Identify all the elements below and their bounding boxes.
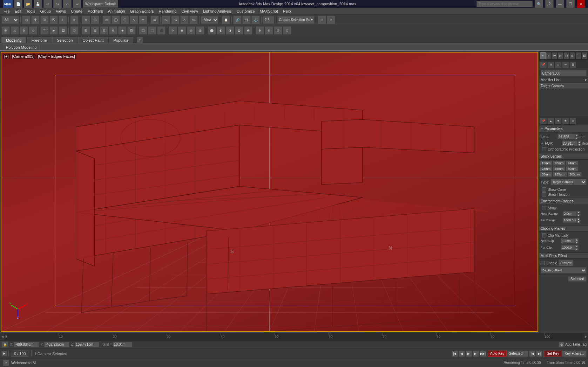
modifier-list-arrow[interactable]: ▾	[585, 78, 587, 82]
save-btn[interactable]: 💾	[34, 0, 42, 8]
tool-a4[interactable]: ◇	[29, 26, 37, 35]
parameters-header[interactable]: ─ Parameters	[539, 125, 588, 132]
add-time-tag-icon[interactable]: ⊕	[559, 342, 565, 347]
lens-spin-down[interactable]: ▼	[575, 137, 579, 139]
depth-of-field-dropdown[interactable]: Depth of Field	[541, 267, 587, 273]
rp-edit-icon[interactable]: ✏	[562, 61, 569, 68]
redo-scene-btn[interactable]: ⤻	[73, 0, 81, 8]
pct-snap-btn[interactable]: %	[189, 16, 198, 24]
rp-filter-icon[interactable]: ⊞	[547, 61, 554, 68]
key-next-btn[interactable]: ▶|	[536, 351, 542, 357]
viewport-camera-label[interactable]: [Camera003]	[11, 54, 36, 59]
ref-coord-btn[interactable]: ⊹	[59, 16, 67, 24]
frame-display[interactable]: 0 / 100	[12, 351, 28, 357]
key-prev-btn[interactable]: |◀	[529, 351, 535, 357]
rp-tab-extra2[interactable]: ◧	[582, 52, 587, 59]
mod-down-btn[interactable]: ▼	[555, 118, 562, 125]
paint-select-btn[interactable]: ✏	[139, 16, 147, 24]
viewport-plus-label[interactable]: [+]	[3, 54, 10, 59]
far-clip-spin-up[interactable]: ▲	[575, 245, 579, 248]
near-range-spin-down[interactable]: ▼	[577, 214, 580, 216]
lasso-select-btn[interactable]: ∿	[130, 16, 138, 24]
menu-file[interactable]: File	[1, 9, 12, 14]
last-frame-btn[interactable]: ▶▶|	[480, 351, 486, 357]
near-clip-spin-up[interactable]: ▲	[575, 238, 579, 241]
tab-object-paint[interactable]: Object Paint	[78, 37, 108, 43]
link-btn[interactable]: 🔗	[233, 16, 242, 24]
near-range-spin-up[interactable]: ▲	[577, 211, 580, 214]
tool-a2[interactable]: △	[11, 26, 19, 35]
tab-modeling[interactable]: Modeling	[1, 37, 26, 43]
tool-f2[interactable]: ◐	[217, 26, 225, 35]
menu-help[interactable]: Help	[281, 9, 293, 14]
rp-tab-display[interactable]: ◻	[564, 52, 569, 59]
set-key-btn[interactable]: Set Key	[544, 351, 561, 357]
lens-50mm[interactable]: 50mm	[566, 166, 578, 171]
rp-tab-modify[interactable]: ≡	[546, 52, 552, 59]
menu-lighting-analysis[interactable]: Lighting Analysis	[201, 9, 234, 14]
angle-snap-btn[interactable]: ∠	[180, 16, 189, 24]
play-btn[interactable]: ▶	[1, 351, 7, 356]
selected-input[interactable]	[507, 351, 528, 357]
lens-24mm[interactable]: 24mm	[566, 161, 578, 166]
tool-a1[interactable]: ⊕	[1, 26, 10, 35]
menu-modifiers[interactable]: Modifiers	[85, 9, 105, 14]
select-obj-btn[interactable]: ◻	[22, 16, 31, 24]
zoom-field[interactable]	[263, 16, 274, 24]
tool-c1[interactable]: ⊞	[82, 26, 90, 35]
close-btn[interactable]: ✕	[577, 0, 585, 8]
tool-d2[interactable]: ⬚	[148, 26, 156, 35]
undo-btn[interactable]: ↩	[43, 0, 52, 8]
welcome-icon[interactable]: ?	[3, 360, 9, 366]
fov-swap-icon[interactable]: ⇄	[541, 142, 543, 145]
pivot-btn[interactable]: ⊕	[70, 16, 79, 24]
prev-frame-btn[interactable]: ◀	[459, 351, 465, 357]
rp-tab-hierarchy[interactable]: ⊢	[552, 52, 557, 59]
menu-rendering[interactable]: Rendering	[157, 9, 179, 14]
coord-lock-btn[interactable]: 🔒	[1, 341, 8, 348]
search-btn[interactable]: 🔍	[535, 0, 543, 8]
tab-selection[interactable]: Selection	[52, 37, 77, 43]
rp-home-icon[interactable]: ⌂	[555, 61, 562, 68]
snap3d-btn[interactable]: S₃	[171, 16, 180, 24]
tool-g2[interactable]: ⊗	[265, 26, 273, 35]
menu-edit[interactable]: Edit	[13, 9, 23, 14]
bind-btn[interactable]: ⚓	[251, 16, 260, 24]
render-btn[interactable]: ▶	[49, 26, 58, 35]
tool-a3[interactable]: ⊖	[20, 26, 28, 35]
render-setup-btn[interactable]: 🎬	[40, 26, 49, 35]
grid-input[interactable]	[113, 342, 132, 347]
fov-spin-down[interactable]: ▼	[577, 143, 581, 146]
rp-pin-icon[interactable]: 📌	[540, 61, 547, 68]
minimize-btn[interactable]: —	[556, 0, 564, 8]
select-scale-btn[interactable]: ⇱	[49, 16, 58, 24]
tool-c3[interactable]: ⊟	[100, 26, 108, 35]
key-filters-btn[interactable]: Key Filters...	[562, 351, 587, 357]
multipass-enable-checkbox[interactable]	[541, 261, 545, 265]
near-range-input[interactable]	[563, 211, 577, 216]
selection-filter-dropdown[interactable]: All	[1, 16, 19, 24]
far-clip-spin-down[interactable]: ▼	[575, 248, 579, 250]
far-range-spin-up[interactable]: ▲	[577, 217, 580, 220]
mod-up-btn[interactable]: ▲	[547, 118, 554, 125]
menu-animation[interactable]: Animation	[106, 9, 127, 14]
mod-pin-btn[interactable]: 📌	[540, 118, 547, 125]
tool-g4[interactable]: ⊙	[283, 26, 291, 35]
viewport[interactable]: .sofa-fill { fill: #9b2222; } .sofa-wire…	[1, 52, 538, 332]
open-btn[interactable]: 📂	[24, 0, 32, 8]
lens-20mm[interactable]: 20mm	[553, 161, 565, 166]
show-horizon-checkbox[interactable]	[542, 192, 546, 196]
rp-trash-icon[interactable]: 🗑	[569, 61, 576, 68]
frame-btn[interactable]: ⊟	[318, 16, 326, 24]
tabs-more-btn[interactable]: +	[137, 37, 143, 43]
tool-f5[interactable]: ◓	[244, 26, 252, 35]
mirror-btn[interactable]: ⇔	[82, 16, 90, 24]
env-show-checkbox[interactable]	[542, 206, 546, 210]
play-anim-btn[interactable]: ▶	[466, 351, 472, 357]
select-move-btn[interactable]: ✛	[31, 16, 40, 24]
redo-btn[interactable]: ↪	[53, 0, 62, 8]
tool-f1[interactable]: ⬤	[208, 26, 216, 35]
far-range-input[interactable]	[563, 218, 577, 223]
help-btn[interactable]: ?	[545, 0, 554, 8]
tool-f3[interactable]: ◑	[226, 26, 234, 35]
